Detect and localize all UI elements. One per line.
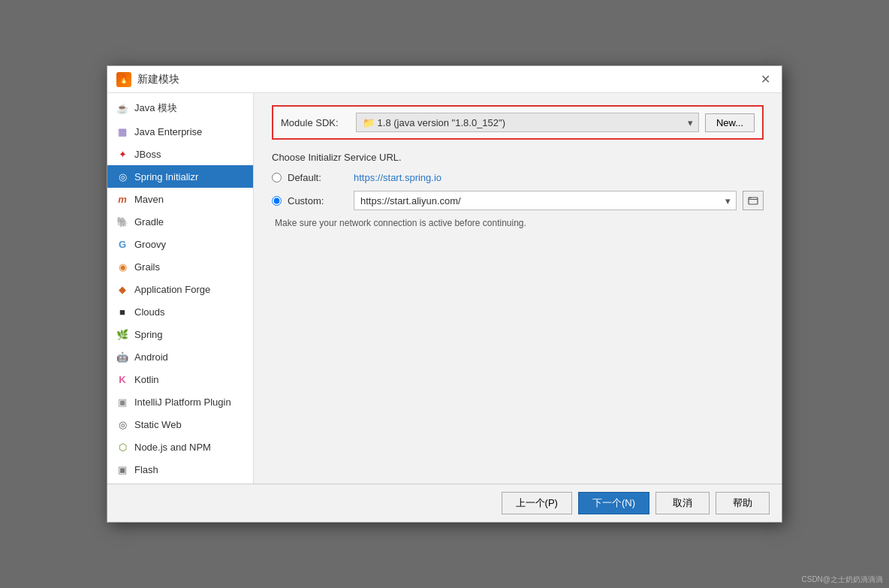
sdk-label: Module SDK: bbox=[281, 117, 356, 128]
title-bar-left: 🔥 新建模块 bbox=[116, 72, 179, 87]
enterprise-icon: ▦ bbox=[116, 125, 128, 137]
dialog-body: ☕ Java 模块 ▦ Java Enterprise ✦ JBoss ◎ Sp… bbox=[107, 93, 782, 484]
jboss-icon: ✦ bbox=[116, 148, 128, 160]
sidebar-label-spring-init: Spring Initializr bbox=[134, 171, 198, 182]
flash-icon: ▣ bbox=[116, 463, 128, 475]
dialog-footer: 上一个(P) 下一个(N) 取消 帮助 bbox=[107, 484, 782, 522]
sidebar-label-clouds: Clouds bbox=[134, 306, 164, 318]
sidebar-item-intellij[interactable]: ▣ IntelliJ Platform Plugin bbox=[107, 390, 253, 413]
prev-button[interactable]: 上一个(P) bbox=[502, 492, 572, 514]
watermark: CSDN@之士奶奶滴滴滴 bbox=[802, 574, 884, 585]
next-button[interactable]: 下一个(N) bbox=[578, 492, 649, 514]
appforge-icon: ◆ bbox=[116, 283, 128, 295]
default-radio-row: Default: https://start.spring.io bbox=[272, 172, 764, 183]
sidebar-item-clouds[interactable]: ■ Clouds bbox=[107, 300, 253, 323]
close-button[interactable]: ✕ bbox=[758, 72, 773, 87]
sidebar-label-grails: Grails bbox=[134, 261, 160, 273]
kotlin-icon: K bbox=[116, 373, 128, 385]
nodejs-icon: ⬡ bbox=[116, 441, 128, 453]
sdk-dropdown[interactable]: 📁 1.8 (java version "1.8.0_152") bbox=[356, 113, 699, 132]
section-title: Choose Initializr Service URL. bbox=[272, 152, 764, 163]
sidebar-item-maven[interactable]: m Maven bbox=[107, 188, 253, 210]
sidebar-label-intellij: IntelliJ Platform Plugin bbox=[134, 397, 231, 408]
dialog-title: 新建模块 bbox=[137, 73, 179, 86]
sidebar-item-groovy[interactable]: G Groovy bbox=[107, 233, 253, 255]
sidebar-item-spring[interactable]: 🌿 Spring bbox=[107, 323, 253, 345]
sidebar-item-spring-init[interactable]: ◎ Spring Initializr bbox=[107, 165, 253, 188]
new-sdk-button[interactable]: New... bbox=[705, 113, 755, 132]
clouds-icon: ■ bbox=[116, 306, 128, 318]
custom-radio-row: Custom: https://start.aliyun.com/ bbox=[272, 191, 764, 210]
browse-button[interactable] bbox=[743, 191, 764, 210]
spring-init-icon: ◎ bbox=[116, 170, 128, 182]
custom-url-wrapper: https://start.aliyun.com/ bbox=[354, 191, 764, 210]
gradle-icon: 🐘 bbox=[116, 216, 128, 228]
sidebar-item-nodejs[interactable]: ⬡ Node.js and NPM bbox=[107, 436, 253, 458]
sidebar-label-spring: Spring bbox=[134, 329, 163, 340]
spring-icon: 🌿 bbox=[116, 328, 128, 340]
main-content: Module SDK: 📁 1.8 (java version "1.8.0_1… bbox=[254, 93, 782, 484]
sidebar-item-gradle[interactable]: 🐘 Gradle bbox=[107, 210, 253, 233]
custom-radio-label: Custom: bbox=[288, 195, 348, 207]
sidebar-item-jboss[interactable]: ✦ JBoss bbox=[107, 143, 253, 165]
grails-icon: ◉ bbox=[116, 261, 128, 273]
sidebar-label-staticweb: Static Web bbox=[134, 419, 182, 430]
sdk-row: Module SDK: 📁 1.8 (java version "1.8.0_1… bbox=[272, 105, 764, 140]
maven-icon: m bbox=[116, 193, 128, 205]
sidebar-label-groovy: Groovy bbox=[134, 239, 166, 250]
sidebar-item-flash[interactable]: ▣ Flash bbox=[107, 458, 253, 481]
svg-rect-0 bbox=[749, 198, 758, 204]
custom-radio[interactable] bbox=[272, 196, 282, 206]
sidebar-label-android: Android bbox=[134, 351, 168, 363]
groovy-icon: G bbox=[116, 238, 128, 250]
java-icon: ☕ bbox=[116, 102, 128, 114]
sdk-select-wrapper[interactable]: 📁 1.8 (java version "1.8.0_152") bbox=[356, 113, 699, 132]
sidebar-label-gradle: Gradle bbox=[134, 216, 164, 228]
sidebar-label-java: Java 模块 bbox=[134, 101, 177, 115]
sidebar-item-java[interactable]: ☕ Java 模块 bbox=[107, 96, 253, 120]
custom-url-dropdown[interactable]: https://start.aliyun.com/ bbox=[354, 191, 737, 210]
sidebar-item-grails[interactable]: ◉ Grails bbox=[107, 255, 253, 278]
browse-icon bbox=[748, 195, 758, 206]
sidebar-item-appforge[interactable]: ◆ Application Forge bbox=[107, 278, 253, 300]
title-bar: 🔥 新建模块 ✕ bbox=[107, 66, 782, 93]
intellij-icon: ▣ bbox=[116, 396, 128, 408]
help-button[interactable]: 帮助 bbox=[716, 492, 770, 514]
default-radio-label: Default: bbox=[288, 172, 348, 183]
default-url-link[interactable]: https://start.spring.io bbox=[354, 172, 441, 183]
sidebar-item-android[interactable]: 🤖 Android bbox=[107, 345, 253, 368]
android-icon: 🤖 bbox=[116, 351, 128, 363]
sidebar: ☕ Java 模块 ▦ Java Enterprise ✦ JBoss ◎ Sp… bbox=[107, 93, 254, 484]
custom-url-select-wrapper[interactable]: https://start.aliyun.com/ bbox=[354, 191, 737, 210]
default-radio[interactable] bbox=[272, 173, 282, 182]
cancel-button[interactable]: 取消 bbox=[655, 492, 710, 514]
new-module-dialog: 🔥 新建模块 ✕ ☕ Java 模块 ▦ Java Enterprise ✦ J… bbox=[107, 65, 782, 523]
sidebar-label-jboss: JBoss bbox=[134, 149, 161, 160]
sidebar-label-nodejs: Node.js and NPM bbox=[134, 442, 211, 453]
sidebar-item-staticweb[interactable]: ◎ Static Web bbox=[107, 413, 253, 436]
sidebar-label-kotlin: Kotlin bbox=[134, 374, 159, 385]
staticweb-icon: ◎ bbox=[116, 418, 128, 430]
sidebar-label-flash: Flash bbox=[134, 464, 158, 475]
hint-text: Make sure your network connection is act… bbox=[272, 218, 764, 228]
sidebar-item-enterprise[interactable]: ▦ Java Enterprise bbox=[107, 120, 253, 143]
app-icon: 🔥 bbox=[116, 72, 131, 87]
sidebar-item-kotlin[interactable]: K Kotlin bbox=[107, 368, 253, 390]
sidebar-label-enterprise: Java Enterprise bbox=[134, 126, 202, 137]
sidebar-label-appforge: Application Forge bbox=[134, 284, 210, 295]
sidebar-label-maven: Maven bbox=[134, 194, 164, 205]
